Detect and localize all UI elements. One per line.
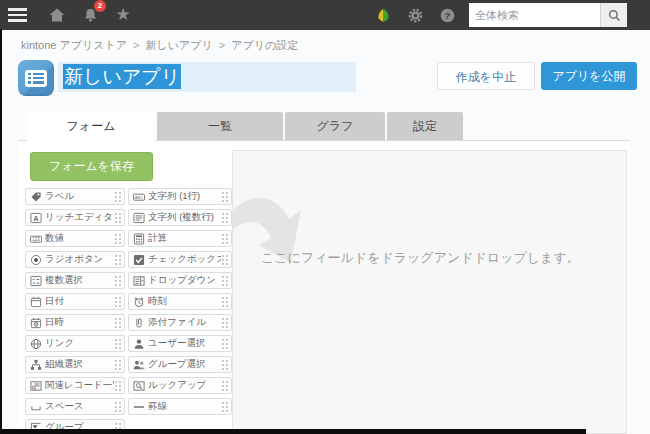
field-palette-item[interactable]: ABC文字列 (1行) xyxy=(128,188,232,205)
drag-handle-icon[interactable] xyxy=(114,380,121,391)
drag-handle-icon[interactable] xyxy=(221,380,228,391)
related-records-icon xyxy=(29,379,42,392)
field-palette-item[interactable]: ラジオボタン xyxy=(25,251,125,268)
field-palette-item[interactable]: 組織選択 xyxy=(25,356,125,373)
border-icon xyxy=(132,400,145,413)
home-icon[interactable] xyxy=(47,5,67,25)
drag-handle-icon[interactable] xyxy=(221,233,228,244)
field-palette-item[interactable]: 罫線 xyxy=(128,398,232,415)
drag-handle-icon[interactable] xyxy=(221,254,228,265)
field-palette-item[interactable]: スペース xyxy=(25,398,125,415)
field-palette-item[interactable]: チェックボックス xyxy=(128,251,232,268)
field-palette-item[interactable]: リンク xyxy=(25,335,125,352)
tab-settings[interactable]: 設定 xyxy=(387,112,463,140)
field-palette-item[interactable]: 時刻 xyxy=(128,293,232,310)
tab-graph[interactable]: グラフ xyxy=(285,112,385,140)
selected-text: 新しいアプリ xyxy=(63,64,181,89)
field-palette-item[interactable]: ルックアップ xyxy=(128,377,232,394)
field-palette-item[interactable]: 計算 xyxy=(128,230,232,247)
drag-handle-icon[interactable] xyxy=(114,191,121,202)
notification-badge: 2 xyxy=(94,0,106,12)
drag-handle-icon[interactable] xyxy=(114,275,121,286)
drag-handle-icon[interactable] xyxy=(221,212,228,223)
field-palette-item[interactable]: 複数選択 xyxy=(25,272,125,289)
drag-handle-icon[interactable] xyxy=(221,359,228,370)
svg-text:A: A xyxy=(33,213,39,222)
field-label: ドロップダウン xyxy=(148,274,221,287)
favorites-star-icon[interactable]: ★ xyxy=(113,5,133,25)
field-palette-item[interactable]: 関連レコード一覧 xyxy=(25,377,125,394)
field-label: グループ選択 xyxy=(148,358,221,371)
field-palette-item[interactable]: 123数値 xyxy=(25,230,125,247)
drag-handle-icon[interactable] xyxy=(114,233,121,244)
field-palette-item[interactable]: 添付ファイル xyxy=(128,314,232,331)
drag-handle-icon[interactable] xyxy=(114,359,121,370)
field-palette-item[interactable]: 日付 xyxy=(25,293,125,310)
drag-handle-icon[interactable] xyxy=(114,254,121,265)
checkbox-icon xyxy=(132,253,145,266)
field-label: スペース xyxy=(45,400,114,413)
radio-icon xyxy=(29,253,42,266)
lookup-icon xyxy=(132,379,145,392)
field-label: 日時 xyxy=(45,316,114,329)
help-icon[interactable]: ? xyxy=(437,5,457,25)
group-select-icon xyxy=(132,358,145,371)
drag-handle-icon[interactable] xyxy=(221,191,228,202)
drag-handle-icon[interactable] xyxy=(114,338,121,349)
drag-handle-icon[interactable] xyxy=(114,401,121,412)
field-label: リッチエディター xyxy=(45,211,114,224)
number-icon: 123 xyxy=(29,232,42,245)
svg-text:ABC: ABC xyxy=(134,195,143,200)
field-palette-item[interactable]: 文字列 (複数行) xyxy=(128,209,232,226)
drag-handle-icon[interactable] xyxy=(114,296,121,307)
field-palette-item[interactable]: Aリッチエディター xyxy=(25,209,125,226)
tab-form[interactable]: フォーム xyxy=(27,112,155,141)
field-label: ユーザー選択 xyxy=(148,337,221,350)
save-form-button[interactable]: フォームを保存 xyxy=(30,152,153,181)
rich-editor-icon: A xyxy=(29,211,42,224)
screenshot-border-left xyxy=(0,29,2,434)
field-label: ラジオボタン xyxy=(45,253,114,266)
drag-handle-icon[interactable] xyxy=(114,317,121,328)
field-label: 計算 xyxy=(148,232,221,245)
settings-tabs: フォーム 一覧 グラフ 設定 xyxy=(27,112,463,140)
user-select-icon xyxy=(132,337,145,350)
app-icon[interactable] xyxy=(18,60,54,96)
drag-handle-icon[interactable] xyxy=(114,212,121,223)
field-palette-item[interactable]: ユーザー選択 xyxy=(128,335,232,352)
publish-app-button[interactable]: アプリを公開 xyxy=(541,62,637,90)
attachment-icon xyxy=(132,316,145,329)
drag-handle-icon[interactable] xyxy=(221,401,228,412)
field-label: リンク xyxy=(45,337,114,350)
search-button[interactable] xyxy=(600,3,627,27)
drag-handle-icon[interactable] xyxy=(221,338,228,349)
field-label: 文字列 (1行) xyxy=(148,190,221,203)
field-palette-item[interactable]: ドロップダウン xyxy=(128,272,232,289)
field-palette-left-column: ラベルAリッチエディター123数値ラジオボタン複数選択日付日時リンク組織選択関連… xyxy=(25,188,125,434)
app-name-input[interactable]: 新しいアプリ xyxy=(58,62,356,92)
breadcrumb-link-store[interactable]: kintone アプリストア xyxy=(21,39,127,51)
notifications-bell-icon[interactable]: 2 xyxy=(80,5,100,25)
drag-handle-icon[interactable] xyxy=(221,296,228,307)
drag-handle-icon[interactable] xyxy=(221,317,228,328)
tab-list[interactable]: 一覧 xyxy=(157,112,283,140)
field-label: 添付ファイル xyxy=(148,316,221,329)
field-label: 数値 xyxy=(45,232,114,245)
field-palette-item[interactable]: 日時 xyxy=(25,314,125,331)
global-search-input[interactable] xyxy=(469,3,600,27)
breadcrumb-link-new-app[interactable]: 新しいアプリ xyxy=(146,39,213,51)
dropdown-icon xyxy=(132,274,145,287)
time-icon xyxy=(132,295,145,308)
gear-icon[interactable] xyxy=(405,5,425,25)
field-palette-item[interactable]: グループ選択 xyxy=(128,356,232,373)
date-icon xyxy=(29,295,42,308)
beginner-guide-icon[interactable] xyxy=(373,5,393,25)
hamburger-menu-icon[interactable] xyxy=(0,0,34,30)
tag-icon xyxy=(29,190,42,203)
cancel-creation-button[interactable]: 作成を中止 xyxy=(437,62,535,90)
drag-handle-icon[interactable] xyxy=(221,275,228,286)
field-label: ラベル xyxy=(45,190,114,203)
form-canvas-dropzone[interactable]: ここにフィールドをドラッグアンドドロップします。 xyxy=(232,150,627,434)
field-palette-item[interactable]: ラベル xyxy=(25,188,125,205)
space-icon xyxy=(29,400,42,413)
